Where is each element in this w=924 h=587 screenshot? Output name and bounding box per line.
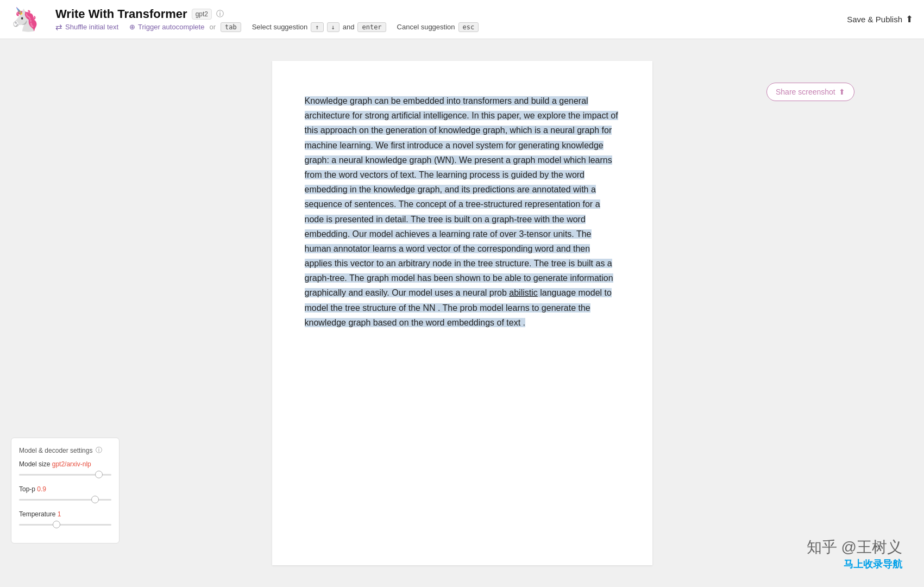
temperature-setting: Temperature 1 bbox=[19, 510, 111, 529]
share-screenshot-label: Share screenshot bbox=[776, 88, 835, 96]
info-icon[interactable]: ⓘ bbox=[216, 9, 224, 19]
enter-key-badge: enter bbox=[357, 22, 386, 32]
settings-title-row: Model & decoder settings ⓘ bbox=[19, 446, 111, 455]
title-area: Write With Transformer gpt2 ⓘ ⇄ Shuffle … bbox=[55, 7, 479, 32]
temperature-slider[interactable] bbox=[19, 524, 111, 526]
shuffle-label: Shuffle initial text bbox=[65, 23, 118, 31]
or-text: or bbox=[209, 23, 216, 31]
model-size-slider[interactable] bbox=[19, 474, 111, 476]
top-p-setting: Top-p 0.9 bbox=[19, 485, 111, 504]
temperature-label-row: Temperature 1 bbox=[19, 510, 111, 518]
right-panel: Share screenshot ⬆ bbox=[756, 61, 924, 565]
shuffle-icon: ⇄ bbox=[55, 22, 62, 32]
top-p-slider[interactable] bbox=[19, 499, 111, 501]
model-size-setting: Model size gpt2/arxiv-nlp bbox=[19, 460, 111, 479]
cancel-suggestion-area: Cancel suggestion esc bbox=[397, 22, 479, 32]
shuffle-button[interactable]: ⇄ Shuffle initial text bbox=[55, 22, 118, 32]
trigger-label: Trigger autocomplete bbox=[138, 23, 204, 31]
select-suggestion-label: Select suggestion bbox=[252, 23, 308, 31]
arrow-up-badge: ↑ bbox=[311, 22, 323, 32]
main: Model & decoder settings ⓘ Model size gp… bbox=[0, 39, 924, 587]
model-size-label: Model size gpt2/arxiv-nlp bbox=[19, 460, 111, 468]
settings-panel: Model & decoder settings ⓘ Model size gp… bbox=[11, 438, 120, 544]
toolbar-row: ⇄ Shuffle initial text ⊕ Trigger autocom… bbox=[55, 22, 479, 32]
select-suggestion-area: Select suggestion ↑ ↓ and enter bbox=[252, 22, 386, 32]
save-publish-button[interactable]: Save & Publish ⬆ bbox=[847, 14, 913, 25]
top-p-slider-container bbox=[19, 495, 111, 504]
settings-title: Model & decoder settings bbox=[19, 447, 92, 454]
and-label: and bbox=[343, 23, 355, 31]
cancel-suggestion-label: Cancel suggestion bbox=[397, 23, 455, 31]
tab-key-badge: tab bbox=[221, 22, 241, 32]
header-right: Save & Publish ⬆ bbox=[847, 14, 913, 25]
trigger-icon: ⊕ bbox=[129, 23, 135, 31]
app-title-row: Write With Transformer gpt2 ⓘ bbox=[55, 7, 479, 21]
top-p-label-row: Top-p 0.9 bbox=[19, 485, 111, 493]
settings-info-icon[interactable]: ⓘ bbox=[96, 446, 102, 455]
trigger-autocomplete-button[interactable]: ⊕ Trigger autocomplete or tab bbox=[129, 22, 241, 32]
arrow-down-badge: ↓ bbox=[327, 22, 340, 32]
model-size-slider-container bbox=[19, 470, 111, 479]
editor-paper[interactable]: Knowledge graph can be embedded into tra… bbox=[272, 61, 652, 565]
editor-area: Knowledge graph can be embedded into tra… bbox=[168, 61, 756, 565]
app-title: Write With Transformer bbox=[55, 7, 187, 21]
save-publish-label: Save & Publish bbox=[847, 15, 902, 24]
editor-content[interactable]: Knowledge graph can be embedded into tra… bbox=[305, 93, 620, 330]
editor-text-highlighted: Knowledge graph can be embedded into tra… bbox=[305, 96, 618, 327]
share-screenshot-button[interactable]: Share screenshot ⬆ bbox=[766, 83, 854, 101]
header: 🦄 Write With Transformer gpt2 ⓘ ⇄ Shuffl… bbox=[0, 0, 924, 39]
temperature-slider-container bbox=[19, 520, 111, 529]
share-screenshot-icon: ⬆ bbox=[839, 88, 845, 96]
logo-area: 🦄 bbox=[11, 8, 39, 31]
left-panel: Model & decoder settings ⓘ Model size gp… bbox=[0, 61, 168, 565]
esc-key-badge: esc bbox=[458, 22, 479, 32]
save-publish-icon: ⬆ bbox=[906, 14, 913, 25]
logo-emoji: 🦄 bbox=[11, 8, 39, 31]
gpt2-badge: gpt2 bbox=[192, 9, 212, 20]
